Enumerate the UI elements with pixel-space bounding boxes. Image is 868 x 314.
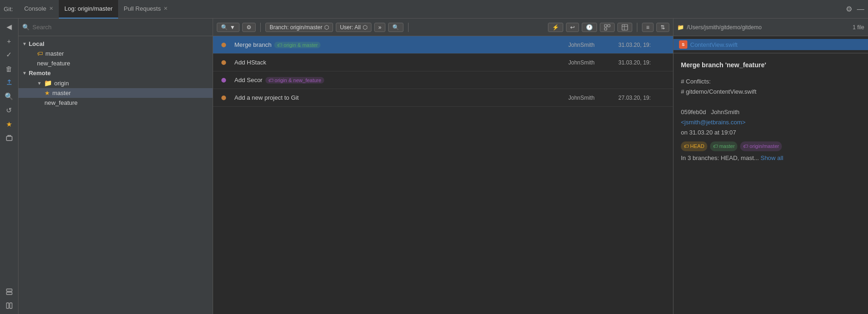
svg-rect-1 [6,289,12,291]
split-h-button[interactable] [2,285,17,298]
history-btn[interactable]: 🕐 [582,23,597,32]
indent-btn[interactable]: ≡ [642,23,654,32]
sidebar-search-bar[interactable]: 🔍 [19,19,213,36]
commit-graph-2 [217,60,231,65]
commit-date-1: 31.03.20, 19: [618,42,669,48]
tab-console-close[interactable]: ✕ [49,6,53,12]
star-button[interactable]: ★ [2,118,17,131]
svg-rect-2 [6,292,12,295]
refresh-button[interactable]: ↺ [2,104,17,117]
global-search-btn[interactable]: 🔍 [388,23,403,32]
sidebar-item-master-remote[interactable]: ★ master [19,88,213,98]
new-feature-remote-label: new_feature [44,99,78,106]
show-all-link[interactable]: Show all [761,154,783,161]
tag-master: 🏷 master [710,141,738,151]
sidebar-item-new-feature-remote[interactable]: new_feature [19,98,213,108]
commit-dot-3 [221,78,226,83]
origin-expand-icon: ▼ [37,81,42,86]
detail-panel: 📁 /Users/jsmith/gitdemo/gitdemo 1 file S… [673,19,868,314]
commit-row[interactable]: Add a new project to Git JohnSmith 27.03… [213,89,673,107]
global-search-icon: 🔍 [392,24,399,31]
git-label: Git: [4,6,13,13]
search-commits-icon: 🔍 [221,24,228,31]
detail-email-link[interactable]: <jsmith@jetbrains.com> [681,119,746,126]
tab-pullrequests[interactable]: Pull Requests ✕ [118,0,173,19]
commit-row[interactable]: Add HStack JohnSmith 31.03.20, 19: [213,54,673,71]
settings-icon[interactable]: ⚙ [846,5,852,13]
sidebar-item-new-feature-local[interactable]: new_feature [19,58,213,68]
log-panel: 🔍 ▼ ⚙ Branch: origin/master ⬡ User: All … [213,19,673,314]
commit-graph-1 [217,43,231,47]
detail-date: on 31.03.20 at 19:07 [681,128,861,138]
more-icon: » [378,24,382,31]
more-filters-btn[interactable]: » [374,23,386,32]
search-dropdown-icon: ▼ [230,24,235,31]
master-remote-star-icon: ★ [44,90,50,96]
delete-button[interactable]: 🗑 [2,62,17,75]
sidebar-item-master-local[interactable]: 🏷 master [19,49,213,58]
branch-filter-label: Branch: origin/master [270,24,322,31]
minimize-icon[interactable]: — [857,5,864,13]
split-v-button[interactable] [2,299,17,312]
commit-row[interactable]: Add Secor 🏷 origin & new_feature [213,71,673,89]
settings-commits-btn[interactable]: ⚙ [242,23,256,32]
main-area: ◀ + ✓ 🗑 🔍 ↺ ★ [0,19,868,314]
collapse-button[interactable]: ◀ [2,20,17,33]
svg-rect-5 [604,25,607,27]
title-bar: Git: Console ✕ Log: origin/master Pull R… [0,0,868,19]
user-filter-btn[interactable]: User: All ⬡ [336,23,371,32]
detail-file-item[interactable]: S ContentView.swift [673,39,868,50]
add-button[interactable]: + [2,34,17,47]
table-btn[interactable] [617,23,632,32]
commit-message-2: Add HStack [234,59,565,66]
svg-rect-7 [604,28,607,30]
detail-commit-conflicts: # Conflicts: # gitdemo/ContentView.swift [681,77,861,97]
origin-folder-icon: 📁 [44,79,52,87]
lightning-btn[interactable]: ⚡ [548,23,563,32]
remote-expand-icon: ▼ [22,70,27,76]
commits-list: Merge branch 🏷 origin & master JohnSmith… [213,36,673,314]
graph-btn[interactable] [600,23,615,32]
tab-log[interactable]: Log: origin/master [59,0,118,19]
commit-author-4: JohnSmith [568,95,615,101]
local-section-label: Local [29,40,44,47]
detail-tags-row: 🏷 HEAD 🏷 master 🏷 origin/master [681,141,861,151]
commit-dot-1 [221,43,226,47]
detail-commit-title: Merge branch 'new_feature' [681,60,861,71]
commit-text-4: Add a new project to Git [234,94,299,101]
commit-date-2: 31.03.20, 19: [618,59,669,66]
repo-button[interactable] [2,132,17,145]
detail-file-list: S ContentView.swift [673,36,868,53]
new-feature-local-label: new_feature [37,60,70,67]
commit-row[interactable]: Merge branch 🏷 origin & master JohnSmith… [213,36,673,54]
detail-hash: 059feb0d [681,109,706,115]
commit-text-1: Merge branch [234,41,271,48]
sidebar-search-icon: 🔍 [22,24,30,31]
sidebar-item-origin[interactable]: ▼ 📁 origin [19,78,213,88]
left-toolbar: ◀ + ✓ 🗑 🔍 ↺ ★ [0,19,19,314]
svg-rect-4 [10,303,12,308]
origin-label: origin [54,80,69,87]
sidebar-search-input[interactable] [32,24,209,31]
branch-filter-btn[interactable]: Branch: origin/master ⬡ [265,23,333,32]
detail-toolbar: 📁 /Users/jsmith/gitdemo/gitdemo 1 file [673,19,868,36]
local-section-header[interactable]: ▼ Local [19,39,213,49]
check-button[interactable]: ✓ [2,48,17,61]
tab-pullrequests-close[interactable]: ✕ [164,6,168,12]
remote-section-header[interactable]: ▼ Remote [19,68,213,78]
detail-file-count: 1 file [853,24,864,31]
commit-dot-2 [221,60,226,65]
swift-file-icon: S [679,40,687,49]
search-commits-btn[interactable]: 🔍 ▼ [217,23,239,32]
master-local-label: master [45,50,64,57]
fetch-button[interactable] [2,76,17,89]
sort-btn[interactable]: ⇅ [656,23,669,32]
gear-icon: ⚙ [246,24,252,31]
toolbar-separator-2 [408,23,409,32]
tag-origin-master: 🏷 origin/master [740,141,782,151]
tab-console[interactable]: Console ✕ [19,0,59,19]
undo-btn[interactable]: ↩ [566,23,579,32]
svg-rect-6 [608,25,610,27]
search-button[interactable]: 🔍 [2,90,17,103]
commit-dot-4 [221,96,226,100]
